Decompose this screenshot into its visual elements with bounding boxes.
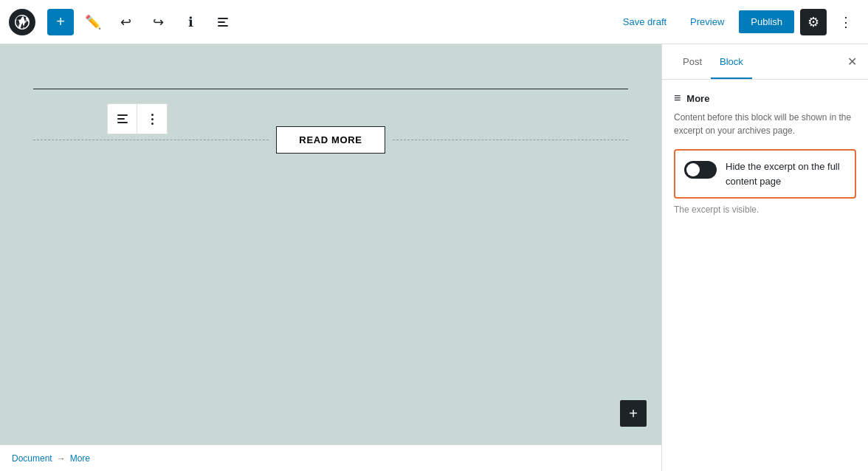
sidebar: Post Block ✕ ≡ More Content before this … <box>661 44 868 471</box>
section-header: ≡ More <box>674 92 856 105</box>
toggle-row: Hide the excerpt on the full content pag… <box>674 149 856 199</box>
hide-excerpt-toggle[interactable] <box>684 161 717 179</box>
main-layout: READ MORE + Document → More Post Block ✕… <box>0 44 868 471</box>
editor-content: READ MORE <box>0 44 661 444</box>
preview-button[interactable]: Preview <box>681 12 733 32</box>
add-block-button[interactable]: + <box>47 9 74 35</box>
save-draft-button[interactable]: Save draft <box>614 12 675 32</box>
toolbar-right: Save draft Preview Publish ⚙ ⋮ <box>614 9 859 35</box>
tab-post[interactable]: Post <box>674 44 711 79</box>
editor-footer: Document → More <box>0 444 661 471</box>
add-block-floating-button[interactable]: + <box>620 400 647 427</box>
more-options-button[interactable]: ⋮ <box>833 9 859 35</box>
block-more-button[interactable] <box>137 104 167 134</box>
dashed-line-left <box>33 140 269 140</box>
editor-area: READ MORE + Document → More <box>0 44 661 471</box>
block-align-button[interactable] <box>108 104 137 134</box>
footer-more[interactable]: More <box>70 453 90 464</box>
read-more-button[interactable]: READ MORE <box>276 126 385 154</box>
wordpress-logo[interactable] <box>9 9 35 35</box>
list-view-button[interactable] <box>210 9 236 35</box>
dashed-line-right <box>393 140 629 140</box>
section-description: Content before this block will be shown … <box>674 111 856 137</box>
more-icon: ≡ <box>674 92 681 105</box>
tools-button[interactable]: ✏️ <box>80 9 106 35</box>
sidebar-content: ≡ More Content before this block will be… <box>662 80 868 471</box>
main-toolbar: + ✏️ ↩ ↪ ℹ Save draft Preview Publish ⚙ … <box>0 0 868 44</box>
section-title: More <box>686 93 709 104</box>
redo-button[interactable]: ↪ <box>145 9 171 35</box>
footer-document[interactable]: Document <box>12 453 52 464</box>
block-toolbar <box>107 103 168 134</box>
toggle-label: Hide the excerpt on the full content pag… <box>726 159 846 188</box>
footer-arrow: → <box>57 453 66 464</box>
publish-button[interactable]: Publish <box>739 10 794 33</box>
tab-block[interactable]: Block <box>711 44 752 79</box>
settings-button[interactable]: ⚙ <box>800 9 827 35</box>
sidebar-tabs: Post Block ✕ <box>662 44 868 80</box>
sidebar-close-button[interactable]: ✕ <box>841 52 862 72</box>
info-button[interactable]: ℹ <box>177 9 204 35</box>
excerpt-status: The excerpt is visible. <box>674 204 856 215</box>
divider-line <box>33 89 628 89</box>
undo-button[interactable]: ↩ <box>112 9 139 35</box>
